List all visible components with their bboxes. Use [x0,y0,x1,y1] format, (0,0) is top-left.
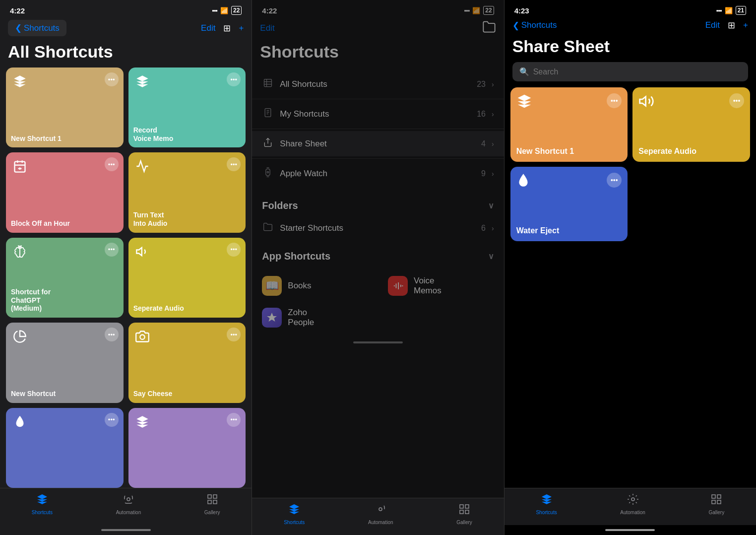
svg-point-28 [379,508,382,511]
back-chevron-icon-3: ❮ [512,20,519,31]
more-button[interactable]: ••• [105,413,119,427]
share-card-new-shortcut-1[interactable]: ••• New Shortcut 1 [510,87,628,162]
more-button[interactable]: ••• [105,243,119,257]
svg-point-8 [127,498,130,501]
shortcut-card-turn-text[interactable]: ••• Turn TextInto Audio [128,152,246,232]
books-icon: 📖 [262,276,282,296]
shortcut-card-record-voice[interactable]: ••• RecordVoice Memo [128,67,246,147]
shortcut-card-new-shortcut-1[interactable]: ••• New Shortcut 1 [6,67,124,147]
more-button[interactable]: ••• [105,72,119,86]
tab-bar-3: Shortcuts Automation Gallery [504,488,756,525]
tab-automation-1[interactable]: Automation [116,493,141,515]
tab-shortcuts-1[interactable]: Shortcuts [32,493,53,515]
plus-button-1[interactable]: + [239,23,244,33]
sidebar-item-share-sheet[interactable]: Share Sheet 4 › [252,131,504,156]
chevron-icon-my: › [492,110,494,118]
my-shortcuts-label: My Shortcuts [280,109,471,119]
shortcut-card-water[interactable]: ••• [6,408,124,488]
app-shortcuts-chevron[interactable]: ∨ [488,252,494,261]
apple-watch-icon [262,167,274,180]
starter-shortcuts-label: Starter Shortcuts [280,223,475,233]
tab-automation-3[interactable]: Automation [620,493,645,515]
shortcut-label: Say Cheese [133,390,241,398]
calendar-icon [11,157,29,175]
tab-shortcuts-2[interactable]: Shortcuts [284,503,305,525]
edit-button-3[interactable]: Edit [705,20,720,30]
back-button-1[interactable]: ❮ Shortcuts [8,20,66,36]
zoho-label: ZohoPeople [288,308,314,328]
share-sheet-label: Share Sheet [280,139,475,149]
all-shortcuts-count: 23 [477,80,486,89]
shortcut-label: New Shortcut [11,390,119,398]
share-card-seperate-audio[interactable]: ••• Seperate Audio [632,87,750,162]
automation-tab-icon-3 [627,493,639,508]
my-shortcuts-icon [262,108,274,120]
more-button[interactable]: ••• [227,157,241,171]
automation-tab-label: Automation [116,510,141,515]
tab-gallery-3[interactable]: Gallery [708,493,724,515]
more-button[interactable]: ••• [227,413,241,427]
tab-gallery-1[interactable]: Gallery [204,493,220,515]
app-shortcut-zoho[interactable]: ZohoPeople [252,302,378,334]
page-title-3: Share Sheet [504,35,756,62]
grid-icon-1[interactable]: ⊞ [223,23,231,34]
folders-chevron[interactable]: ∨ [488,201,494,210]
more-button[interactable]: ••• [227,328,241,341]
layers-icon [133,72,151,90]
shortcut-card-say-cheese[interactable]: ••• Say Cheese [128,323,246,402]
time-2: 4:22 [262,6,277,15]
card-top: ••• [11,328,119,345]
tab-automation-2[interactable]: Automation [368,503,393,525]
sidebar-item-all-shortcuts[interactable]: All Shortcuts 23 › [252,71,504,97]
app-shortcut-books[interactable]: 📖 Books [252,270,378,302]
sidebar-item-apple-watch[interactable]: Apple Watch 9 › [252,161,504,186]
grid-icon-3[interactable]: ⊞ [728,20,735,31]
tab-shortcuts-3[interactable]: Shortcuts [536,493,557,515]
battery-icon-2: 22 [483,6,494,15]
shortcut-label: Shortcut forChatGPT(Medium) [11,288,119,313]
screen2-sidebar: 4:22 ▪▪▪ 📶 22 Edit Shortcuts All Shortcu… [252,0,504,535]
all-shortcuts-icon [262,78,274,90]
sidebar-item-my-shortcuts[interactable]: My Shortcuts 16 › [252,101,504,127]
shortcut-card-new-shortcut[interactable]: ••• New Shortcut [6,323,124,402]
plus-button-3[interactable]: + [743,20,748,30]
voice-memos-icon [388,276,408,296]
svg-point-7 [140,335,144,339]
share-card-water-eject[interactable]: ••• Water Eject [510,167,628,241]
more-button[interactable]: ••• [227,72,241,86]
more-button-3c[interactable]: ••• [607,173,622,188]
shortcut-card-block-hour[interactable]: ••• Block Off an Hour [6,152,124,232]
screen1-all-shortcuts: 4:22 ▪▪▪ 📶 22 ❮ Shortcuts Edit ⊞ + All S… [0,0,252,535]
svg-marker-6 [136,248,142,256]
gallery-tab-icon-2 [458,503,470,518]
shortcuts-grid-1: ••• New Shortcut 1 ••• RecordVoice Memo … [0,67,252,488]
home-indicator-3 [504,525,756,535]
svg-rect-35 [712,495,715,498]
more-button[interactable]: ••• [105,157,119,171]
shortcut-label: RecordVoice Memo [133,126,241,143]
search-bar-3[interactable]: 🔍 [512,62,748,81]
tab-gallery-2[interactable]: Gallery [456,503,472,525]
sidebar-item-starter[interactable]: Starter Shortcuts 6 › [252,215,504,241]
more-button[interactable]: ••• [105,328,119,341]
search-input-3[interactable] [533,67,741,76]
tab-bar-2: Shortcuts Automation Gallery [252,498,504,535]
more-button[interactable]: ••• [227,243,241,257]
status-bar-3: 4:23 ▪▪▪ 📶 21 [504,0,756,18]
all-shortcuts-label: All Shortcuts [280,79,471,89]
home-indicator-1 [0,525,252,535]
more-button-3a[interactable]: ••• [607,93,622,108]
shortcut-card-chatgpt[interactable]: ••• Shortcut forChatGPT(Medium) [6,238,124,318]
more-button-3b[interactable]: ••• [729,93,744,108]
edit-button-1[interactable]: Edit [201,23,215,33]
back-label-1: Shortcuts [24,23,60,33]
shortcut-card-shortcut-new[interactable]: ••• [128,408,246,488]
app-shortcut-voice-memos[interactable]: VoiceMemos [378,270,504,302]
shortcuts-tab-label-2: Shortcuts [284,520,305,525]
back-button-3[interactable]: ❮ Shortcuts [512,20,557,31]
edit-button-2[interactable]: Edit [260,23,274,33]
speaker-icon [133,243,151,261]
shortcut-label: Block Off an Hour [11,219,119,228]
svg-rect-29 [460,505,463,508]
shortcut-card-seperate-audio[interactable]: ••• Seperate Audio [128,238,246,318]
